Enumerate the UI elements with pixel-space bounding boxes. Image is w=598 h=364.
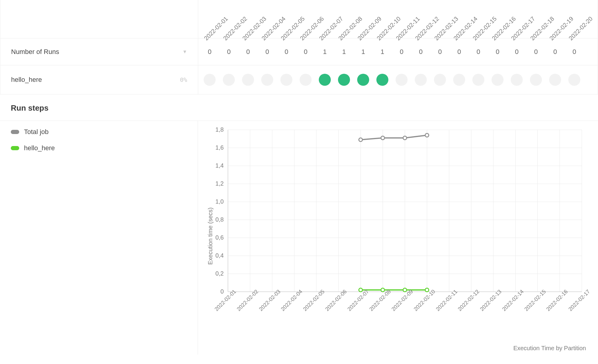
y-tick-label: 1,6 [212,144,224,151]
partition-run-count: 1 [315,38,334,65]
status-dot-success [376,74,388,86]
partition-status-cell[interactable] [315,65,334,94]
partition-run-count: 0 [258,38,277,65]
data-point[interactable] [381,136,384,140]
partition-run-count: 0 [546,38,565,65]
status-dot-success [338,74,350,86]
y-tick-label: 0,4 [212,252,224,259]
partition-status-cell[interactable] [238,65,258,94]
partition-status-cell[interactable] [354,65,373,94]
chevron-down-icon[interactable]: ▼ [182,49,187,55]
y-tick-label: 0,6 [212,234,224,241]
partition-run-count: 0 [219,38,238,65]
partition-status-cell[interactable] [277,65,296,94]
series-line [361,135,427,140]
line-chart[interactable] [204,127,594,307]
partition-run-count: 0 [200,38,219,65]
legend-label: Total job [24,128,49,136]
partition-matrix: Number of Runs ▼ hello_here 0% 2022-02-0… [0,0,598,94]
partition-status-cell[interactable] [200,65,219,94]
step-row-header[interactable]: hello_here 0% [0,65,198,94]
partition-run-count: 0 [238,38,258,65]
partition-run-count: 0 [411,38,430,65]
partition-status-cell[interactable] [373,65,392,94]
partition-run-count: 0 [507,38,526,65]
execution-time-chart-section: Total jobhello_here Execution time (secs… [0,121,598,355]
status-dot-empty [280,74,292,86]
status-dot-empty [511,74,523,86]
status-dot-empty [415,74,427,86]
chart-area: Execution time (secs) 2022-02-012022-02-… [198,121,598,355]
data-point[interactable] [359,288,363,292]
legend-label: hello_here [24,144,55,152]
chart-legend: Total jobhello_here [0,121,198,355]
status-dot-empty [453,74,465,86]
status-dot-empty [492,74,504,86]
legend-swatch [11,146,19,150]
legend-item[interactable]: Total job [11,128,187,136]
status-dot-empty [530,74,542,86]
y-tick-label: 0 [212,288,224,295]
status-dot-empty [242,74,254,86]
step-success-percent: 0% [180,76,187,83]
partition-run-count: 0 [450,38,469,65]
chart-title: Execution Time by Partition [513,345,586,352]
partition-status-cell[interactable] [258,65,277,94]
data-point[interactable] [381,288,384,292]
data-point[interactable] [425,133,429,137]
partition-status-cell[interactable] [296,65,315,94]
y-tick-label: 1,4 [212,162,224,169]
partition-status-cell[interactable] [488,65,507,94]
runs-count-row-header[interactable]: Number of Runs ▼ [0,38,198,65]
status-dot-empty [549,74,561,86]
status-dot-empty [568,74,580,86]
partition-status-cell[interactable] [430,65,450,94]
data-point[interactable] [359,138,363,142]
status-dot-empty [300,74,312,86]
status-dot-empty [434,74,446,86]
partition-status-cell[interactable] [450,65,469,94]
data-point[interactable] [403,288,407,292]
partition-run-count: 1 [334,38,354,65]
y-tick-label: 0,2 [212,270,224,277]
partition-status-cell[interactable] [507,65,526,94]
partition-status-cell[interactable] [546,65,565,94]
data-point[interactable] [425,288,429,292]
partition-run-count: 0 [565,38,584,65]
status-dot-empty [223,74,235,86]
run-steps-heading: Run steps [0,94,598,121]
partition-status-cell[interactable] [219,65,238,94]
legend-item[interactable]: hello_here [11,144,187,152]
partition-run-count: 0 [277,38,296,65]
runs-label: Number of Runs [11,48,59,56]
y-tick-label: 1,0 [212,198,224,205]
partition-status-cell[interactable] [411,65,430,94]
status-dot-empty [396,74,408,86]
partition-run-count: 0 [469,38,488,65]
status-dot-empty [472,74,484,86]
partition-run-count: 1 [354,38,373,65]
y-tick-label: 1,2 [212,180,224,187]
partition-status-cell[interactable] [334,65,354,94]
partition-run-count: 0 [488,38,507,65]
status-dot-success [357,74,369,86]
step-name: hello_here [11,76,42,84]
status-dot-empty [204,74,216,86]
partition-status-cell[interactable] [392,65,411,94]
partition-run-count: 1 [373,38,392,65]
y-tick-label: 0,8 [212,216,224,223]
partition-status-cell[interactable] [469,65,488,94]
legend-swatch [11,130,19,134]
partition-run-count: 0 [296,38,315,65]
partition-status-cell[interactable] [526,65,546,94]
partition-status-cell[interactable] [565,65,584,94]
status-dot-empty [261,74,273,86]
status-dot-success [319,74,331,86]
data-point[interactable] [403,136,407,140]
partition-run-count: 0 [430,38,450,65]
partition-run-count: 0 [392,38,411,65]
y-tick-label: 1,8 [212,126,224,133]
partition-run-count: 0 [526,38,546,65]
